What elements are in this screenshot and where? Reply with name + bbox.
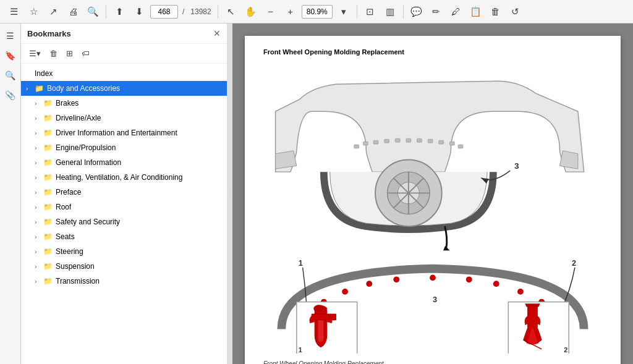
- svg-rect-16: [439, 140, 444, 144]
- bookmark-item-roof[interactable]: ›📁Roof: [21, 200, 227, 214]
- bookmark-item-index[interactable]: Index: [21, 66, 227, 81]
- toolbar-zoom-dropdown[interactable]: ▾: [335, 3, 352, 20]
- bookmark-folder-icon-seats: 📁: [43, 232, 53, 241]
- rail-bookmarks[interactable]: 🔖: [2, 47, 19, 64]
- bookmark-folder-icon-safety: 📁: [43, 218, 53, 226]
- pdf-page: Front Wheel Opening Molding Replacement: [245, 36, 621, 364]
- svg-point-26: [393, 276, 399, 282]
- toolbar-zoom-out[interactable]: −: [262, 3, 279, 20]
- bookmark-item-steering[interactable]: ›📁Steering: [21, 244, 227, 259]
- chevron-icon-driver-info: ›: [35, 130, 43, 137]
- svg-text:2: 2: [564, 346, 567, 353]
- svg-point-27: [430, 274, 436, 281]
- toolbar-highlight[interactable]: 🖊: [448, 3, 465, 20]
- sb-delete-btn[interactable]: 🗑: [46, 47, 61, 60]
- bookmark-folder-icon-brakes: 📁: [43, 99, 53, 108]
- toolbar-delete[interactable]: 🗑: [487, 3, 504, 20]
- bookmark-label-brakes: Brakes: [56, 99, 79, 108]
- rail-hand-tool[interactable]: ☰: [2, 27, 19, 44]
- toolbar-sep2: [218, 5, 218, 19]
- page-total: 13982: [190, 7, 211, 16]
- left-rail: ☰ 🔖 🔍 📎: [0, 23, 21, 364]
- bookmark-item-body-accessories[interactable]: ›📁Body and Accessories: [21, 81, 227, 96]
- diagram-svg: 3: [263, 63, 602, 353]
- toolbar-share[interactable]: ↗: [45, 3, 62, 20]
- resize-handle[interactable]: ⋮: [227, 23, 232, 364]
- bookmark-label-steering: Steering: [56, 247, 83, 256]
- svg-point-25: [366, 281, 372, 287]
- toolbar-draw[interactable]: ✏: [428, 3, 445, 20]
- bookmark-folder-icon-steering: 📁: [43, 247, 53, 256]
- bookmark-item-transmission[interactable]: ›📁Transmission: [21, 274, 227, 289]
- toolbar-prev-page[interactable]: ⬆: [111, 3, 128, 20]
- sb-tag-btn[interactable]: 🏷: [79, 47, 93, 60]
- bookmark-item-safety[interactable]: ›📁Safety and Security: [21, 214, 227, 229]
- toolbar-nav-back[interactable]: ☰: [5, 3, 22, 20]
- bookmark-label-index: Index: [35, 69, 53, 78]
- bookmark-item-preface[interactable]: ›📁Preface: [21, 185, 227, 200]
- chevron-icon-general-info: ›: [35, 159, 43, 166]
- toolbar-sep3: [357, 5, 357, 19]
- bookmark-label-driveline: Driveline/Axle: [56, 114, 101, 122]
- sidebar: Bookmarks ✕ ☰▾ 🗑 ⊞ 🏷 Index›📁Body and Acc…: [21, 23, 227, 364]
- svg-rect-8: [354, 145, 359, 148]
- toolbar-cursor-tool[interactable]: ↖: [223, 3, 240, 20]
- toolbar-zoom-in[interactable]: +: [282, 3, 299, 20]
- bookmark-folder-icon-hvac: 📁: [43, 173, 53, 182]
- bookmark-folder-icon-body-accessories: 📁: [35, 84, 44, 93]
- chevron-icon-roof: ›: [35, 204, 43, 211]
- svg-rect-13: [406, 138, 411, 142]
- bookmark-item-driver-info[interactable]: ›📁Driver Information and Entertainment: [21, 125, 227, 140]
- page-number-input[interactable]: 468: [150, 5, 178, 19]
- label-3-bottom: 3: [433, 295, 437, 304]
- toolbar-undo[interactable]: ↺: [507, 3, 524, 20]
- bookmark-label-hvac: Heating, Ventilation, & Air Conditioning: [56, 173, 182, 182]
- bookmark-label-transmission: Transmission: [56, 277, 100, 286]
- sidebar-close-button[interactable]: ✕: [213, 28, 221, 38]
- bookmark-label-suspension: Suspension: [56, 262, 95, 271]
- svg-rect-12: [395, 138, 400, 142]
- toolbar-two-page[interactable]: ▥: [381, 3, 399, 20]
- chevron-icon-steering: ›: [35, 248, 43, 255]
- main-area: ☰ 🔖 🔍 📎 Bookmarks ✕ ☰▾ 🗑 ⊞ 🏷 Index›📁Body…: [0, 23, 633, 364]
- toolbar-stamp[interactable]: 📋: [467, 3, 485, 20]
- chevron-icon-hvac: ›: [35, 174, 43, 181]
- svg-rect-18: [458, 145, 463, 148]
- toolbar-zoom-out-small[interactable]: 🔍: [84, 3, 101, 20]
- pdf-area[interactable]: Front Wheel Opening Molding Replacement: [232, 23, 633, 364]
- sb-list-btn[interactable]: ☰▾: [26, 47, 44, 60]
- rail-paperclip[interactable]: 📎: [2, 87, 19, 104]
- toolbar-sep1: [106, 5, 106, 19]
- toolbar-sep4: [403, 5, 404, 19]
- toolbar-comment[interactable]: 💬: [408, 3, 425, 20]
- sb-expand-btn[interactable]: ⊞: [63, 47, 76, 60]
- svg-point-24: [342, 289, 348, 295]
- svg-rect-11: [384, 139, 389, 143]
- svg-rect-14: [417, 138, 422, 142]
- zoom-input[interactable]: 80.9%: [302, 5, 333, 19]
- svg-point-30: [517, 289, 524, 295]
- toolbar-bookmark[interactable]: ☆: [25, 3, 42, 20]
- toolbar-print[interactable]: 🖨: [64, 3, 82, 20]
- toolbar-fit-page[interactable]: ⊡: [362, 3, 379, 20]
- bookmark-item-seats[interactable]: ›📁Seats: [21, 229, 227, 244]
- chevron-icon-brakes: ›: [35, 100, 43, 107]
- rail-search[interactable]: 🔍: [2, 67, 19, 84]
- bookmark-item-engine[interactable]: ›📁Engine/Propulsion: [21, 140, 227, 155]
- chevron-icon-body-accessories: ›: [26, 85, 35, 92]
- bookmark-item-suspension[interactable]: ›📁Suspension: [21, 259, 227, 274]
- bookmark-item-brakes[interactable]: ›📁Brakes: [21, 96, 227, 111]
- sidebar-header: Bookmarks ✕: [21, 23, 227, 44]
- bookmark-folder-icon-preface: 📁: [43, 188, 53, 197]
- bookmark-folder-icon-driveline: 📁: [43, 114, 53, 122]
- bookmark-label-engine: Engine/Propulsion: [56, 143, 116, 152]
- bookmark-item-hvac[interactable]: ›📁Heating, Ventilation, & Air Conditioni…: [21, 170, 227, 185]
- svg-rect-10: [373, 140, 378, 144]
- bookmark-item-driveline[interactable]: ›📁Driveline/Axle: [21, 111, 227, 125]
- toolbar-hand-tool[interactable]: ✋: [242, 3, 260, 20]
- bookmark-item-general-info[interactable]: ›📁General Information: [21, 155, 227, 170]
- svg-rect-17: [449, 142, 454, 145]
- toolbar-next-page[interactable]: ⬇: [130, 3, 148, 20]
- bookmark-label-driver-info: Driver Information and Entertainment: [56, 129, 177, 137]
- label-3-top: 3: [514, 161, 519, 171]
